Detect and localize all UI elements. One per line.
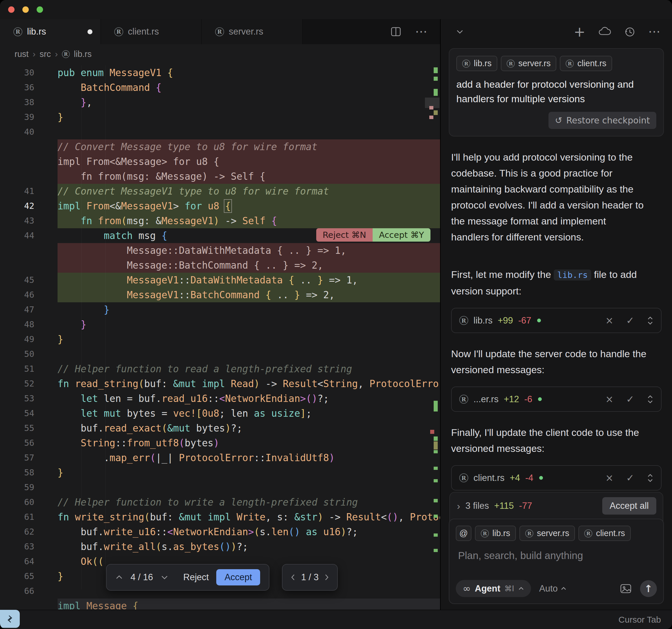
- code-line: 36 BatchCommand {: [0, 80, 440, 95]
- next-diff-icon[interactable]: [161, 575, 168, 580]
- file-pill-lib.rs[interactable]: Rlib.rs: [456, 56, 497, 71]
- model-selector[interactable]: Auto: [539, 583, 567, 594]
- code-text: impl Message {: [57, 599, 440, 609]
- code-token: ): [231, 541, 237, 552]
- file-pill-label: lib.rs: [493, 529, 510, 538]
- code-token: ..: [271, 289, 294, 301]
- file-pill-server.rs[interactable]: Rserver.rs: [520, 526, 575, 541]
- code-token: , s:: [265, 511, 294, 523]
- expand-files-icon[interactable]: ›: [457, 500, 460, 512]
- code-token: (: [162, 423, 167, 434]
- code-line: 41// Convert MessageV1 type to u8 for wi…: [0, 184, 440, 199]
- inline-reject-button[interactable]: Reject ⌘N: [316, 228, 373, 242]
- code-token: len = buf.: [98, 393, 162, 404]
- agent-shortcut: ⌘I: [504, 584, 514, 593]
- code-line: 51// Helper function to read a length-pr…: [0, 361, 440, 376]
- code-token: [92, 215, 98, 227]
- code-editor[interactable]: 30pub enum MessageV1 {36 BatchCommand {3…: [0, 64, 440, 610]
- code-text: buf.write_all(s.as_bytes())?;: [57, 539, 440, 554]
- inline-accept-button[interactable]: Accept ⌘Y: [373, 228, 430, 242]
- prev-diff-icon[interactable]: [115, 575, 123, 580]
- file-pill-client.rs[interactable]: Rclient.rs: [560, 56, 612, 71]
- file-diff-card[interactable]: Rlib.rs+99-67×✓: [451, 308, 662, 333]
- line-number: 38: [0, 95, 57, 110]
- diff-file-name: ...er.rs: [474, 394, 499, 404]
- file-pill-lib.rs[interactable]: Rlib.rs: [475, 526, 516, 541]
- tab-client.rs[interactable]: Rclient.rs: [101, 19, 202, 44]
- reject-diff-button[interactable]: Reject: [184, 572, 209, 582]
- tab-lib.rs[interactable]: Rlib.rs: [0, 19, 101, 44]
- line-number: 66: [0, 584, 57, 599]
- accept-file-icon[interactable]: ✓: [626, 315, 634, 326]
- prev-file-icon[interactable]: [290, 574, 296, 581]
- line-number: [0, 258, 57, 273]
- expand-file-icon[interactable]: [647, 316, 653, 326]
- breadcrumb-item[interactable]: rust: [15, 49, 28, 59]
- line-number: 57: [0, 450, 57, 465]
- pending-dot-icon: [537, 319, 541, 322]
- add-context-button[interactable]: @: [456, 526, 472, 541]
- file-diff-card[interactable]: R...er.rs+12-6×✓: [451, 386, 662, 412]
- chat-input-box[interactable]: @Rlib.rsRserver.rsRclient.rsPlan, search…: [449, 519, 664, 604]
- accept-diff-button[interactable]: Accept: [216, 569, 260, 585]
- reject-file-icon[interactable]: ×: [605, 394, 614, 405]
- close-window-button[interactable]: [8, 6, 15, 13]
- code-token: MessageV1: [127, 289, 179, 301]
- reject-file-icon[interactable]: ×: [605, 472, 614, 483]
- breadcrumb-item[interactable]: src: [40, 49, 51, 59]
- agent-mode-selector[interactable]: ∞Agent⌘I: [456, 580, 531, 597]
- file-diff-card[interactable]: Rclient.rs+4-4×✓: [451, 465, 662, 490]
- cloud-icon[interactable]: [598, 27, 611, 36]
- tab-label: lib.rs: [27, 26, 83, 37]
- code-token: <: [381, 511, 387, 523]
- breadcrumb[interactable]: rust›src›Rlib.rs: [0, 44, 440, 64]
- accept-file-icon[interactable]: ✓: [626, 472, 634, 483]
- code-token: fn: [57, 378, 69, 389]
- code-token: bytes: [185, 437, 213, 449]
- code-line: 61fn write_string(buf: &mut impl Write, …: [0, 510, 440, 525]
- minimize-window-button[interactable]: [22, 6, 29, 13]
- restore-checkpoint-button[interactable]: ↺Restore checkpoint: [549, 112, 656, 129]
- code-text: let len = buf.read_u16::<NetworkEndian>(…: [57, 391, 440, 406]
- file-pill-server.rs[interactable]: Rserver.rs: [501, 56, 556, 71]
- code-token: len: [271, 526, 289, 537]
- reject-file-icon[interactable]: ×: [605, 315, 614, 326]
- code-token: .: [57, 452, 110, 463]
- code-line: 57 .map_err(|_| ProtocolError::InvalidUt…: [0, 450, 440, 465]
- accept-all-button[interactable]: Accept all: [602, 497, 656, 514]
- file-pill-client.rs[interactable]: Rclient.rs: [578, 526, 631, 541]
- code-token: ): [214, 215, 219, 227]
- code-token: {: [271, 215, 277, 227]
- cursor-tab-status[interactable]: Cursor Tab: [619, 615, 661, 625]
- split-editor-icon[interactable]: [390, 26, 402, 37]
- tab-server.rs[interactable]: Rserver.rs: [202, 19, 303, 44]
- line-number: 61: [0, 510, 57, 525]
- code-token: [69, 511, 75, 523]
- code-line: 63 buf.write_all(s.as_bytes())?;: [0, 539, 440, 554]
- attach-image-icon[interactable]: [620, 583, 632, 594]
- toggle-panel-button[interactable]: [0, 610, 20, 628]
- line-number: 60: [0, 495, 57, 510]
- maximize-window-button[interactable]: [37, 6, 43, 13]
- code-token: NetworkEndian: [173, 526, 248, 537]
- inline-diff-actions: Reject ⌘N Accept ⌘Y: [316, 228, 430, 242]
- code-token: impl: [57, 200, 80, 212]
- code-token: (: [138, 378, 144, 389]
- accept-file-icon[interactable]: ✓: [626, 394, 634, 405]
- chat-more-actions-icon[interactable]: ⋯: [648, 26, 661, 38]
- next-file-icon[interactable]: [324, 574, 330, 581]
- line-number: 50: [0, 347, 57, 361]
- code-token: [57, 408, 80, 419]
- collapse-chat-icon[interactable]: [456, 29, 464, 34]
- code-line: impl Message {: [0, 599, 440, 609]
- breadcrumb-item[interactable]: lib.rs: [74, 49, 92, 59]
- new-chat-icon[interactable]: +: [574, 25, 585, 39]
- history-icon[interactable]: [624, 26, 635, 37]
- code-token: [: [196, 408, 202, 419]
- editor-more-actions-icon[interactable]: ⋯: [415, 26, 427, 38]
- expand-file-icon[interactable]: [647, 473, 653, 483]
- line-number: 48: [0, 317, 57, 332]
- expand-file-icon[interactable]: [647, 394, 653, 404]
- removed-lines-count: -67: [518, 316, 531, 326]
- send-button[interactable]: ↑: [640, 580, 657, 597]
